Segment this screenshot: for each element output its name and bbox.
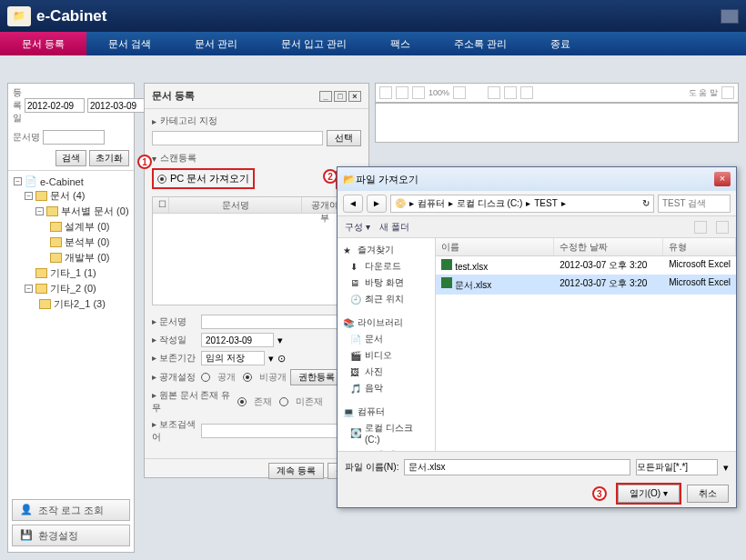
preview-area — [375, 103, 739, 143]
date-from-input[interactable] — [25, 98, 85, 113]
permission-button[interactable]: 권한등록 — [290, 369, 343, 385]
docname-input[interactable] — [43, 130, 105, 145]
aux-label: ▸ 보조검색어 — [152, 418, 197, 444]
close-icon[interactable]: × — [348, 91, 361, 102]
public-radio[interactable] — [201, 373, 210, 382]
library-icon: 📚 — [343, 318, 354, 328]
private-radio[interactable] — [243, 373, 252, 382]
organize-button[interactable]: 구성 ▾ — [345, 221, 370, 234]
folder-icon — [50, 222, 62, 232]
retention-label: ▸ 보존기간 — [152, 352, 197, 365]
search-button[interactable]: 검색 — [55, 150, 86, 166]
create-date-select[interactable] — [201, 333, 274, 347]
side-local-d[interactable]: 💽로컬 디스크 (D:) — [341, 446, 431, 451]
nav-back-button[interactable]: ◄ — [343, 195, 363, 213]
date-to-input[interactable] — [87, 98, 147, 113]
picture-icon: 🖼 — [350, 367, 361, 377]
retention-select[interactable] — [201, 351, 265, 365]
reset-button[interactable]: 초기화 — [89, 150, 129, 166]
radio-icon[interactable] — [157, 175, 166, 184]
tree-item[interactable]: −부서별 문서 (0) — [10, 204, 132, 219]
new-folder-button[interactable]: 새 폴더 — [379, 221, 409, 234]
print-icon[interactable] — [379, 86, 392, 99]
log-view-button[interactable]: 👤조작 로그 조회 — [12, 499, 130, 521]
tree-item[interactable]: 개발부 (0) — [10, 250, 132, 265]
exist-radio[interactable] — [237, 397, 247, 406]
video-icon: 🎬 — [350, 351, 361, 361]
side-libraries[interactable]: 📚라이브러리 — [341, 315, 431, 331]
view-icon[interactable] — [694, 221, 707, 234]
zoom-icon[interactable] — [453, 86, 466, 99]
dialog-open-button[interactable]: 열기(O) ▾ — [618, 485, 680, 503]
tree-item[interactable]: −문서 (4) — [10, 188, 132, 204]
dialog-cancel-button[interactable]: 취소 — [687, 485, 729, 503]
tree-item[interactable]: 분석부 (0) — [10, 235, 132, 250]
help-icon[interactable] — [721, 86, 734, 99]
tree-root[interactable]: −📄 e-Cabinet — [10, 175, 132, 188]
side-favorites[interactable]: ★즐겨찾기 — [341, 242, 431, 258]
tree-item[interactable]: 기타2_1 (3) — [10, 296, 132, 312]
nav-forward-button[interactable]: ► — [367, 195, 387, 213]
help-label[interactable]: 도 움 말 — [689, 87, 718, 99]
settings-button[interactable]: 💾환경설정 — [12, 525, 130, 546]
copy-icon[interactable] — [412, 86, 425, 99]
collapse-icon[interactable]: − — [14, 177, 22, 185]
side-videos[interactable]: 🎬비디오 — [341, 347, 431, 364]
side-documents[interactable]: 📄문서 — [341, 331, 431, 347]
filetype-select[interactable] — [636, 459, 718, 475]
minimize-icon[interactable]: _ — [319, 91, 332, 102]
scan-section-label: ▾ 스캔등록 — [152, 152, 361, 165]
menu-register[interactable]: 문서 등록 — [0, 32, 86, 55]
app-titlebar: 📁 e-Cabinet — [0, 0, 746, 32]
titlebar-button[interactable] — [721, 9, 739, 24]
side-local-c[interactable]: 💽로컬 디스크 (C:) — [341, 420, 431, 446]
side-pictures[interactable]: 🖼사진 — [341, 364, 431, 380]
tool-icon[interactable] — [520, 86, 533, 99]
menu-fax[interactable]: 팩스 — [368, 32, 432, 55]
help-icon[interactable] — [716, 221, 729, 234]
tree-item[interactable]: 설계부 (0) — [10, 219, 132, 235]
tool-icon[interactable] — [488, 86, 500, 99]
app-name: e-Cabinet — [36, 7, 106, 25]
notexist-radio[interactable] — [279, 397, 288, 406]
tree-item[interactable]: −기타_2 (0) — [10, 281, 132, 296]
dialog-nav: ◄ ► 📀 ▸ 컴퓨터 ▸ 로컬 디스크 (C:) ▸ TEST ▸ ↻ — [338, 191, 736, 216]
date-label: 등록일 — [13, 86, 22, 125]
menu-address[interactable]: 주소록 관리 — [432, 32, 529, 55]
filename-input[interactable] — [404, 459, 630, 475]
side-desktop[interactable]: 🖥바탕 화면 — [341, 275, 431, 291]
col-date[interactable]: 수정한 날짜 — [554, 238, 663, 255]
folder-tree: −📄 e-Cabinet −문서 (4) −부서별 문서 (0) 설계부 (0)… — [8, 171, 134, 315]
side-recent[interactable]: 🕘최근 위치 — [341, 291, 431, 307]
side-computer[interactable]: 💻컴퓨터 — [341, 404, 431, 420]
menu-manage[interactable]: 문서 관리 — [173, 32, 259, 55]
collapse-icon[interactable]: − — [25, 192, 33, 200]
category-select-button[interactable]: 선택 — [327, 130, 361, 146]
calendar-icon[interactable]: ⊙ — [277, 353, 286, 365]
tool-icon[interactable] — [504, 86, 517, 99]
file-row[interactable]: test.xlsx 2012-03-07 오후 3:20 Microsoft E… — [436, 256, 736, 275]
col-name[interactable]: 이름 — [436, 238, 554, 255]
collapse-icon[interactable]: − — [35, 207, 44, 215]
music-icon: 🎵 — [350, 384, 361, 394]
refresh-icon[interactable]: ↻ — [642, 198, 650, 208]
menu-search[interactable]: 문서 검색 — [86, 32, 173, 55]
menu-incoming[interactable]: 문서 입고 관리 — [259, 32, 368, 55]
category-input[interactable] — [152, 131, 323, 145]
col-type[interactable]: 유형 — [663, 238, 736, 255]
menu-exit[interactable]: 종료 — [529, 32, 592, 55]
recent-icon: 🕘 — [350, 295, 361, 305]
file-row-selected[interactable]: 문서.xlsx 2012-03-07 오후 3:20 Microsoft Exc… — [436, 275, 736, 295]
side-music[interactable]: 🎵음악 — [341, 380, 431, 396]
pc-import-label: PC 문서 가져오기 — [170, 172, 249, 185]
dialog-sidebar: ★즐겨찾기 ⬇다운로드 🖥바탕 화면 🕘최근 위치 📚라이브러리 📄문서 🎬비디… — [338, 238, 436, 451]
dialog-close-button[interactable]: × — [714, 172, 731, 186]
side-downloads[interactable]: ⬇다운로드 — [341, 258, 431, 275]
dialog-search-input[interactable] — [658, 195, 731, 213]
save-icon[interactable] — [396, 86, 408, 99]
collapse-icon[interactable]: − — [25, 285, 33, 293]
tree-item[interactable]: 기타_1 (1) — [10, 265, 132, 281]
continue-register-button[interactable]: 계속 등록 — [268, 463, 324, 479]
path-breadcrumb[interactable]: 📀 ▸ 컴퓨터 ▸ 로컬 디스크 (C:) ▸ TEST ▸ ↻ — [390, 195, 654, 213]
maximize-icon[interactable]: □ — [334, 91, 347, 102]
